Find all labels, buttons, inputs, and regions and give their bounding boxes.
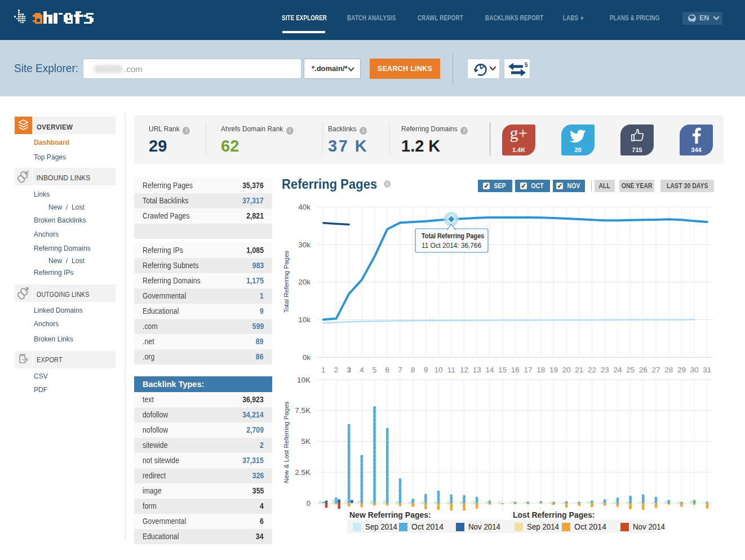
- svg-text:30: 30: [690, 366, 699, 374]
- svg-text:5: 5: [372, 366, 377, 374]
- svg-text:Oct 2014: Oct 2014: [411, 522, 444, 531]
- svg-text:10: 10: [434, 366, 443, 374]
- svg-text:29: 29: [677, 366, 686, 374]
- svg-text:10K: 10K: [297, 376, 311, 384]
- svg-text:Total Referring Pages: Total Referring Pages: [283, 250, 290, 313]
- svg-text:3: 3: [347, 366, 351, 374]
- svg-text:23: 23: [601, 366, 609, 374]
- svg-text:6: 6: [385, 366, 390, 374]
- svg-text:24: 24: [613, 366, 622, 374]
- svg-text:20k: 20k: [298, 278, 311, 286]
- svg-text:13: 13: [473, 366, 481, 374]
- svg-text:9: 9: [424, 366, 428, 374]
- svg-text:Nov 2014: Nov 2014: [468, 522, 500, 531]
- svg-text:14: 14: [485, 366, 494, 374]
- svg-text:5: 5: [525, 62, 528, 68]
- svg-text:31: 31: [703, 366, 711, 374]
- svg-text:7: 7: [398, 366, 402, 374]
- svg-text:30k: 30k: [298, 241, 311, 249]
- svg-text:2: 2: [334, 366, 339, 374]
- svg-text:16: 16: [511, 366, 520, 374]
- svg-text:8: 8: [411, 366, 415, 374]
- svg-text:10k: 10k: [298, 315, 311, 324]
- svg-text:0: 0: [306, 499, 311, 508]
- svg-text:New Referring Pages:: New Referring Pages:: [349, 510, 431, 519]
- svg-text:Sep 2014: Sep 2014: [365, 522, 397, 531]
- svg-text:40k: 40k: [298, 203, 311, 211]
- svg-text:12: 12: [460, 366, 468, 374]
- svg-text:Lost Referring Pages:: Lost Referring Pages:: [513, 510, 595, 519]
- svg-text:Oct 2014: Oct 2014: [574, 522, 606, 531]
- svg-text:0k: 0k: [303, 353, 311, 362]
- svg-text:Nov 2014: Nov 2014: [633, 522, 665, 531]
- svg-text:28: 28: [664, 366, 673, 374]
- svg-text:15: 15: [498, 366, 507, 374]
- svg-text:27: 27: [651, 366, 660, 374]
- svg-text:19: 19: [549, 366, 558, 374]
- svg-text:18: 18: [536, 366, 545, 374]
- svg-text:Total Referring Pages: Total Referring Pages: [422, 232, 484, 240]
- svg-text:5K: 5K: [301, 437, 311, 446]
- svg-text:20: 20: [562, 366, 571, 374]
- svg-text:21: 21: [575, 366, 583, 374]
- svg-text:11: 11: [447, 366, 455, 374]
- svg-text:Sep 2014: Sep 2014: [527, 522, 559, 531]
- svg-text:4: 4: [360, 366, 364, 374]
- svg-text:11 Oct 2014: 36,766: 11 Oct 2014: 36,766: [422, 241, 481, 250]
- svg-text:22: 22: [588, 366, 596, 374]
- svg-text:7.5K: 7.5K: [295, 406, 311, 415]
- svg-text:New & Lost Referring Pages: New & Lost Referring Pages: [283, 401, 290, 483]
- svg-text:2.5K: 2.5K: [295, 468, 311, 477]
- svg-text:26: 26: [639, 366, 648, 374]
- svg-text:17: 17: [524, 366, 532, 374]
- svg-text:1: 1: [321, 366, 326, 374]
- svg-text:25: 25: [626, 366, 635, 374]
